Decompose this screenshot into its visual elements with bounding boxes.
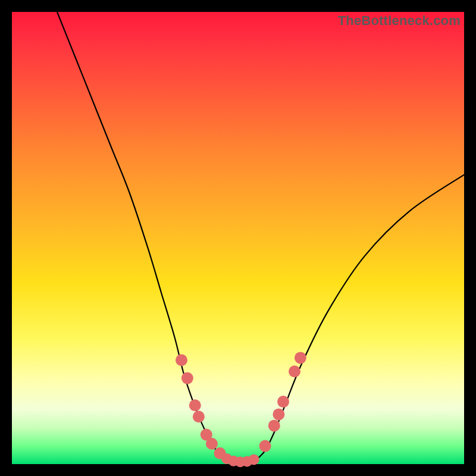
highlight-dot [189,399,201,411]
highlight-dot [249,454,259,465]
plot-area: TheBottleneck.com [12,12,464,464]
bottleneck-curve [57,12,464,465]
highlight-dot [193,411,205,422]
highlight-dots-group [176,352,306,467]
highlight-dot [273,408,284,420]
highlight-dot [268,419,280,431]
highlight-dot [181,372,193,384]
chart-frame: TheBottleneck.com [0,0,476,476]
curve-layer [12,12,464,464]
highlight-dot [289,365,300,377]
highlight-dot [295,352,306,364]
highlight-dot [176,354,187,366]
highlight-dot [277,396,289,408]
highlight-dot [206,438,218,450]
highlight-dot [259,440,271,452]
